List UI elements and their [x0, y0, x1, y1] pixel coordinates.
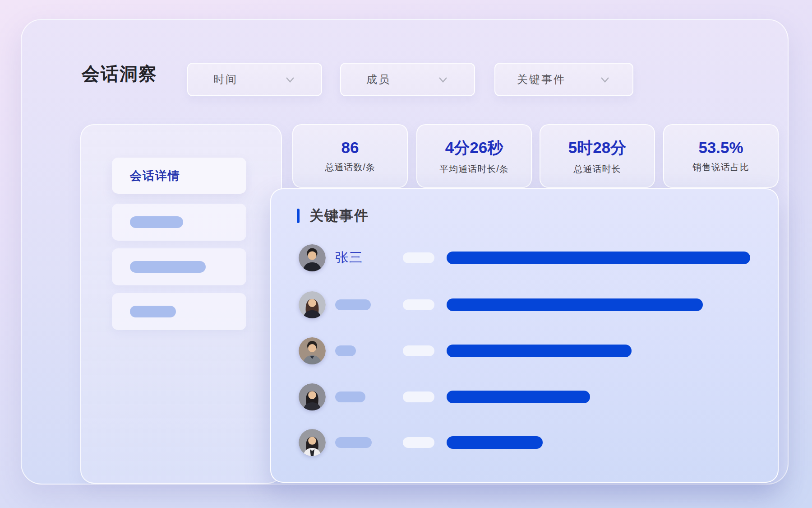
- avatar-male-dark-suit: [299, 244, 326, 271]
- filter-member-dropdown[interactable]: 成员: [340, 63, 475, 96]
- stat-value: 5时28分: [568, 137, 626, 158]
- sidebar-active-label: 会话详情: [130, 168, 180, 184]
- event-bar: [447, 252, 750, 264]
- stat-label: 销售说话占比: [692, 161, 749, 173]
- event-row[interactable]: 张三: [271, 244, 778, 271]
- conversation-insights-page: 会话洞察 时间 成员 关键事件 会话详情: [0, 0, 812, 508]
- key-events-title: 关键事件: [309, 206, 369, 225]
- metric-pill: [403, 252, 434, 263]
- stat-card-avg-duration: 4分26秒 平均通话时长/条: [416, 124, 532, 188]
- name-placeholder-pill: [335, 437, 372, 448]
- main-glass-card: 会话洞察 时间 成员 关键事件 会话详情: [21, 19, 789, 485]
- chevron-down-icon: [437, 74, 449, 85]
- event-row[interactable]: [271, 429, 778, 456]
- stat-value: 86: [341, 139, 359, 157]
- event-row[interactable]: [271, 337, 778, 364]
- stat-label: 总通话时长: [574, 163, 621, 175]
- filter-key-events-dropdown[interactable]: 关键事件: [494, 63, 633, 96]
- filter-member-label: 成员: [366, 72, 391, 87]
- avatar-female-white-blazer: [299, 429, 326, 456]
- stat-value: 53.5%: [698, 139, 743, 157]
- key-events-panel: 关键事件 张三: [270, 188, 779, 483]
- key-events-header: 关键事件: [297, 206, 369, 225]
- event-bar: [447, 436, 543, 449]
- stat-card-total-calls: 86 总通话数/条: [292, 124, 408, 188]
- metric-pill: [403, 391, 434, 402]
- title-marker-bar: [297, 209, 300, 223]
- chevron-down-icon: [599, 74, 611, 85]
- stat-card-total-duration: 5时28分 总通话时长: [540, 124, 655, 188]
- name-placeholder-pill: [335, 345, 356, 356]
- stat-label: 总通话数/条: [325, 161, 375, 173]
- event-bar: [447, 391, 590, 403]
- placeholder-pill: [130, 261, 206, 273]
- sidebar-item-placeholder[interactable]: [112, 293, 246, 330]
- avatar-male-gray-suit: [299, 337, 326, 364]
- name-placeholder-pill: [335, 391, 365, 402]
- event-bar: [447, 298, 703, 311]
- stat-card-talk-ratio: 53.5% 销售说话占比: [663, 124, 779, 188]
- sidebar-item-placeholder[interactable]: [112, 204, 246, 241]
- event-row[interactable]: [271, 291, 778, 318]
- person-name: 张三: [335, 249, 363, 267]
- event-bar: [447, 345, 632, 357]
- placeholder-pill: [130, 306, 176, 317]
- stat-label: 平均通话时长/条: [439, 163, 509, 175]
- filter-time-label: 时间: [213, 72, 238, 87]
- avatar-female-dark-hair: [299, 383, 326, 410]
- page-title: 会话洞察: [82, 61, 157, 86]
- chevron-down-icon: [284, 74, 296, 85]
- sidebar-item-placeholder[interactable]: [112, 248, 246, 285]
- filter-time-dropdown[interactable]: 时间: [187, 63, 322, 96]
- placeholder-pill: [130, 216, 183, 228]
- metric-pill: [403, 299, 434, 310]
- metric-pill: [403, 345, 434, 356]
- name-placeholder-pill: [335, 299, 371, 310]
- metric-pill: [403, 437, 434, 448]
- sidebar-panel: 会话详情: [80, 124, 282, 484]
- event-row[interactable]: [271, 383, 778, 410]
- filter-key-events-label: 关键事件: [517, 72, 566, 87]
- avatar-female-long-hair: [299, 291, 326, 318]
- stat-value: 4分26秒: [445, 137, 503, 158]
- sidebar-item-conversation-detail[interactable]: 会话详情: [112, 158, 246, 194]
